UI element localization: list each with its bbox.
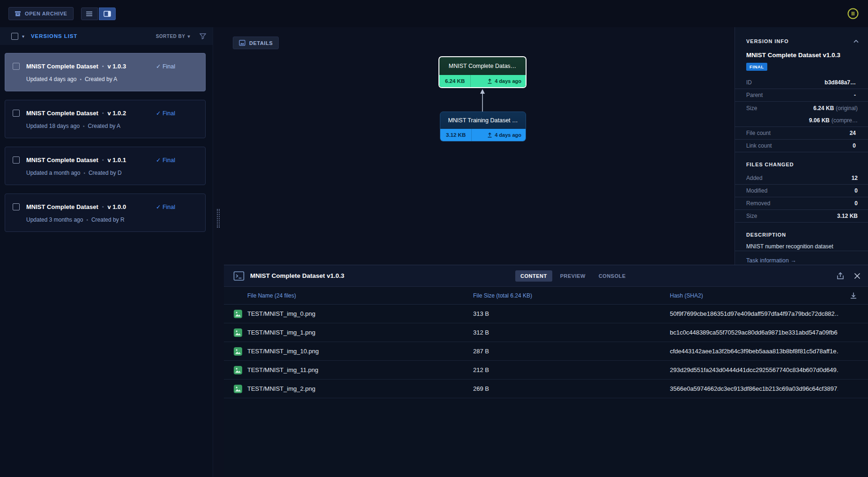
version-checkbox[interactable] bbox=[13, 63, 20, 70]
final-status: ✓ Final bbox=[156, 157, 175, 164]
created-text: Created by A bbox=[85, 76, 117, 82]
download-icon[interactable] bbox=[849, 291, 858, 300]
file-size: 269 B bbox=[473, 385, 670, 392]
info-row: ID b3d848a7… bbox=[735, 76, 868, 89]
version-card[interactable]: MNIST Complete Dataset • v 1.0.1 ✓ Final… bbox=[5, 147, 206, 185]
versions-list-header: ▾ VERSIONS LIST SORTED BY ▾ bbox=[0, 27, 213, 45]
version-number: v 1.0.2 bbox=[107, 110, 126, 117]
split-view-icon bbox=[104, 11, 111, 17]
graph-node-complete-dataset[interactable]: MNIST Complete Datas… 6.24 KB 4 days ago bbox=[438, 56, 527, 88]
info-value: 0 bbox=[853, 142, 858, 149]
image-slides-icon bbox=[239, 40, 245, 46]
tab[interactable]: CONTENT bbox=[515, 270, 552, 282]
file-size: 312 B bbox=[473, 329, 670, 336]
version-checkbox[interactable] bbox=[13, 203, 20, 210]
version-card-list: MNIST Complete Dataset • v 1.0.3 ✓ Final… bbox=[0, 45, 213, 240]
file-size: 287 B bbox=[473, 348, 670, 355]
file-row[interactable]: TEST/MNIST_img_10.png 287 B cfde443142ae… bbox=[224, 342, 868, 361]
workers-paused-icon[interactable] bbox=[846, 7, 860, 20]
info-label: ID bbox=[746, 79, 752, 86]
details-button[interactable]: DETAILS bbox=[233, 37, 279, 49]
upload-icon bbox=[487, 78, 492, 84]
info-value: b3d848a7… bbox=[824, 79, 858, 86]
graph-node-training-dataset[interactable]: MNIST Training Dataset … 3.12 KB 4 days … bbox=[440, 112, 526, 142]
info-label: Parent bbox=[746, 92, 763, 98]
content-panel-header: MNIST Complete Dataset v1.0.3 CONTENT PR… bbox=[224, 265, 868, 287]
open-archive-label: OPEN ARCHIVE bbox=[25, 11, 67, 16]
versions-list-title: VERSIONS LIST bbox=[31, 33, 77, 39]
image-file-icon bbox=[233, 328, 243, 337]
task-information-link[interactable]: Task information → bbox=[735, 251, 868, 265]
info-value: 24 bbox=[850, 130, 858, 136]
content-panel-title: MNIST Complete Dataset v1.0.3 bbox=[250, 272, 344, 279]
updated-text: Updated a month ago bbox=[26, 170, 80, 176]
node-time: 4 days ago bbox=[470, 75, 526, 87]
file-row[interactable]: TEST/MNIST_img_1.png 312 B bc1c0c448389c… bbox=[224, 323, 868, 342]
version-name: MNIST Complete Dataset bbox=[26, 110, 98, 117]
info-row: Size 3.12 KB bbox=[735, 210, 868, 223]
select-all-checkbox[interactable] bbox=[11, 33, 18, 40]
dot-separator: • bbox=[83, 171, 85, 176]
file-hash: 293d29d551fa243d0444d41dcc2925567740c834… bbox=[670, 366, 838, 373]
node-footer: 3.12 KB 4 days ago bbox=[440, 129, 526, 141]
list-view-button[interactable] bbox=[81, 7, 98, 20]
top-toolbar: OPEN ARCHIVE bbox=[0, 0, 868, 27]
version-info-fields: ID b3d848a7… Parent - Size 6.24 KB bbox=[735, 76, 868, 152]
updated-text: Updated 4 days ago bbox=[26, 76, 76, 82]
file-row[interactable]: TEST/MNIST_img_11.png 212 B 293d29d551fa… bbox=[224, 361, 868, 380]
node-title: MNIST Complete Datas… bbox=[439, 57, 526, 75]
created-text: Created by D bbox=[89, 170, 122, 176]
file-row[interactable]: TEST/MNIST_img_0.png 313 B 50f9f7699cbe1… bbox=[224, 305, 868, 323]
version-name: MNIST Complete Dataset bbox=[26, 203, 98, 210]
file-hash: 50f9f7699cbe186351d97e409daff597dfa4f97a… bbox=[670, 310, 838, 317]
file-table-body: TEST/MNIST_img_0.png 313 B 50f9f7699cbe1… bbox=[224, 305, 868, 477]
drag-handle-icon bbox=[217, 209, 220, 228]
version-meta: Updated a month ago • Created by D bbox=[26, 170, 198, 176]
info-row: Added 12 bbox=[735, 172, 868, 185]
tab[interactable]: CONSOLE bbox=[594, 270, 631, 282]
created-text: Created by R bbox=[91, 216, 125, 223]
version-name: MNIST Complete Dataset bbox=[26, 63, 98, 70]
select-all-caret-icon[interactable]: ▾ bbox=[22, 34, 24, 39]
version-meta: Updated 18 days ago • Created by A bbox=[26, 123, 198, 129]
close-panel-icon[interactable] bbox=[854, 273, 861, 279]
final-status: ✓ Final bbox=[156, 63, 175, 70]
version-card[interactable]: MNIST Complete Dataset • v 1.0.0 ✓ Final… bbox=[5, 194, 206, 232]
column-file-name: File Name (24 files) bbox=[233, 292, 473, 299]
final-status: ✓ Final bbox=[156, 110, 175, 117]
version-checkbox[interactable] bbox=[13, 157, 20, 164]
version-number: v 1.0.1 bbox=[107, 157, 126, 164]
info-label: Modified bbox=[746, 187, 767, 194]
image-file-icon bbox=[233, 384, 243, 394]
version-checkbox[interactable] bbox=[13, 110, 20, 117]
versions-panel: ▾ VERSIONS LIST SORTED BY ▾ MNIST Compl bbox=[0, 27, 213, 477]
collapse-chevron-icon[interactable] bbox=[853, 40, 859, 43]
tab[interactable]: PREVIEW bbox=[555, 270, 591, 282]
export-panel-icon[interactable] bbox=[836, 272, 845, 280]
info-row: Size 6.24 KB(original) bbox=[735, 102, 868, 114]
split-view-button[interactable] bbox=[99, 7, 116, 20]
info-value: 12 bbox=[852, 175, 858, 181]
info-label: Added bbox=[746, 175, 763, 181]
final-status: ✓ Final bbox=[156, 203, 175, 210]
info-value: 0 bbox=[854, 187, 858, 194]
version-card[interactable]: MNIST Complete Dataset • v 1.0.3 ✓ Final… bbox=[5, 53, 206, 91]
files-changed-fields: Added 12 Modified 0 Removed 0 bbox=[735, 172, 868, 223]
info-label: Removed bbox=[746, 200, 770, 207]
file-row[interactable]: TEST/MNIST_img_2.png 269 B 3566e0a597466… bbox=[224, 380, 868, 398]
open-archive-button[interactable]: OPEN ARCHIVE bbox=[8, 7, 74, 20]
info-value: 3.12 KB bbox=[837, 213, 858, 219]
sorted-by-dropdown[interactable]: SORTED BY ▾ bbox=[156, 34, 190, 39]
app-window: OPEN ARCHIVE bbox=[0, 0, 868, 477]
terminal-icon bbox=[233, 271, 245, 281]
version-card[interactable]: MNIST Complete Dataset • v 1.0.2 ✓ Final… bbox=[5, 100, 206, 138]
panel-splitter[interactable] bbox=[213, 27, 224, 477]
file-name: TEST/MNIST_img_2.png bbox=[247, 385, 315, 392]
description-text: MNIST number recognition dataset bbox=[735, 242, 868, 251]
description-header: DESCRIPTION bbox=[735, 223, 868, 242]
file-name-cell: TEST/MNIST_img_0.png bbox=[233, 309, 473, 319]
filter-icon[interactable] bbox=[200, 33, 206, 39]
final-badge: FINAL bbox=[746, 63, 767, 71]
file-name-cell: TEST/MNIST_img_2.png bbox=[233, 384, 473, 394]
info-row: File count 24 bbox=[735, 127, 868, 140]
